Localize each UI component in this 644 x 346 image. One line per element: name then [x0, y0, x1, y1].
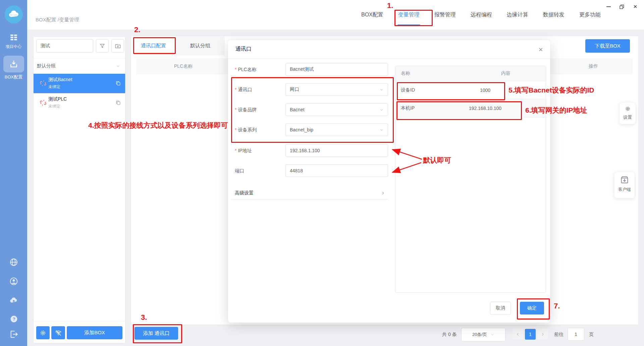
nav-tab-data-forwarding[interactable]: 数据转发 [542, 11, 565, 18]
copy-icon [115, 80, 121, 86]
help-icon: ? [9, 314, 18, 324]
help-button[interactable]: ? [9, 314, 19, 324]
group-label: 默认分组 [37, 63, 56, 69]
gear-icon [625, 106, 631, 112]
nav-tab-variable-mgmt-label: 变量管理 [398, 12, 420, 17]
nav-tab-more-functions[interactable]: 更多功能 [579, 11, 601, 18]
active-tab-underline [397, 24, 420, 26]
goto-label: 前往 [554, 332, 564, 338]
copy-device-button[interactable] [115, 80, 121, 86]
filter-button[interactable] [96, 39, 109, 53]
add-folder-icon [115, 43, 121, 49]
field-label-ip-address: *IP地址 [235, 144, 283, 157]
cloud-sync-button[interactable] [9, 295, 19, 305]
chevron-left-icon [516, 332, 520, 336]
minimize-icon [606, 6, 611, 7]
prev-page-button[interactable] [513, 329, 523, 340]
pagination-total: 共 0 条 [442, 332, 457, 338]
goto-page-input[interactable] [568, 328, 584, 341]
column-plc-name: PLC名称 [174, 63, 193, 69]
download-to-box-button[interactable]: 下载至BOX [585, 39, 630, 53]
param-name: 本机IP [395, 105, 466, 111]
nav-tab-box-config[interactable]: BOX配置 [361, 11, 384, 18]
field-label-port-type: *通讯口 [235, 83, 283, 96]
confirm-button[interactable]: 确定 [520, 302, 544, 314]
tab-default-group[interactable]: 默认分组 [176, 36, 225, 55]
tab-port-config[interactable]: 通讯口配置 [131, 36, 175, 55]
minimize-button[interactable] [604, 3, 612, 10]
close-window-button[interactable]: ✕ [631, 3, 639, 10]
field-label-port-number: 端口 [235, 164, 283, 177]
annotation-step-4: 4.按照实际的接线方式以及设备系列选择即可 [88, 121, 228, 130]
advanced-settings-toggle[interactable]: 高级设置 [231, 187, 388, 199]
floating-settings-button[interactable]: 设置 [620, 103, 636, 124]
port-number-input[interactable] [285, 164, 388, 177]
language-button[interactable] [9, 257, 19, 267]
device-brand-select[interactable]: Bacnet [285, 103, 388, 116]
nav-tab-remote-programming[interactable]: 远程编程 [470, 11, 493, 18]
dialog-title: 通讯口 [235, 46, 252, 53]
sidebar-item-box-config[interactable]: BOX配置 [0, 56, 27, 80]
nav-tab-edge-computing[interactable]: 边缘计算 [506, 11, 529, 18]
gear-icon [40, 330, 46, 336]
chevron-right-icon [541, 332, 545, 336]
plc-name-input[interactable] [285, 63, 388, 76]
device-series-select[interactable]: Bacnet_bip [285, 123, 388, 136]
cloud-logo-icon: Box Config [7, 8, 20, 21]
wifi-off-icon [55, 330, 62, 336]
required-mark: * [235, 127, 236, 132]
nav-tab-alarm-mgmt[interactable]: 报警管理 [434, 11, 457, 18]
sidebar-item-project-center[interactable]: 项目中心 [0, 32, 27, 50]
annotation-arrows [384, 144, 431, 178]
local-ip-value[interactable]: 192.168.10.100 [463, 106, 508, 111]
device-series-value: Bacnet_bip [290, 127, 313, 132]
annotation-step-6: 6.填写网关的IP地址 [525, 106, 587, 115]
nav-tab-variable-mgmt[interactable]: 变量管理 [397, 11, 420, 18]
grid-icon [9, 33, 18, 42]
exit-button[interactable] [9, 329, 19, 339]
add-port-button[interactable]: 添加 通讯口 [135, 327, 178, 340]
device-name: 测试PLC [48, 96, 67, 102]
panel-footer-divider [34, 321, 125, 322]
field-label-device-series: *设备系列 [235, 123, 283, 136]
group-header[interactable]: 默认分组 [34, 58, 125, 74]
device-item-plc[interactable]: 测试PLC 未绑定 [34, 93, 125, 113]
add-box-button[interactable]: 添加BOX [67, 326, 122, 339]
restore-button[interactable] [618, 3, 626, 10]
svg-text:Box Config: Box Config [10, 14, 17, 16]
port-type-select[interactable]: 网口 [285, 83, 388, 96]
offline-mode-button[interactable] [51, 326, 65, 339]
chevron-down-icon [379, 88, 384, 92]
copy-device-button[interactable] [115, 100, 121, 106]
restore-icon [619, 4, 625, 9]
add-group-button[interactable] [111, 39, 124, 53]
param-row-local-ip: 本机IP 192.168.10.100 [395, 99, 546, 117]
cancel-button[interactable]: 取消 [490, 302, 511, 314]
package-download-icon [619, 175, 630, 185]
chevron-down-icon [116, 64, 120, 68]
svg-text:?: ? [12, 316, 15, 322]
page-number-button[interactable]: 1 [525, 329, 536, 340]
account-button[interactable] [9, 276, 19, 286]
ip-address-input[interactable] [285, 144, 388, 157]
copy-icon [115, 100, 121, 106]
sidebar: Box Config 项目中心 [0, 0, 27, 346]
annotation-step-3: 3. [141, 313, 147, 322]
param-name: 设备ID [395, 87, 466, 93]
device-brand-value: Bacnet [290, 107, 305, 112]
dialog-divider [228, 59, 550, 59]
annotation-step-7: 7. [554, 302, 560, 310]
device-status: 未绑定 [48, 104, 60, 109]
device-item-bacnet[interactable]: 测试Bacnet 未绑定 [34, 74, 125, 93]
dialog-close-button[interactable]: ✕ [537, 46, 545, 54]
window-controls: ✕ [604, 3, 639, 10]
next-page-button[interactable] [537, 329, 548, 340]
panel-settings-button[interactable] [36, 326, 50, 339]
device-id-value[interactable]: 1000 [468, 88, 503, 93]
floating-client-button[interactable]: 客户端 [614, 172, 635, 198]
page-size-select[interactable]: 20条/页 [461, 328, 505, 341]
search-input[interactable] [36, 39, 93, 53]
chevron-down-icon [490, 333, 494, 337]
floating-client-label: 客户端 [614, 187, 635, 192]
port-type-value: 网口 [290, 86, 299, 93]
